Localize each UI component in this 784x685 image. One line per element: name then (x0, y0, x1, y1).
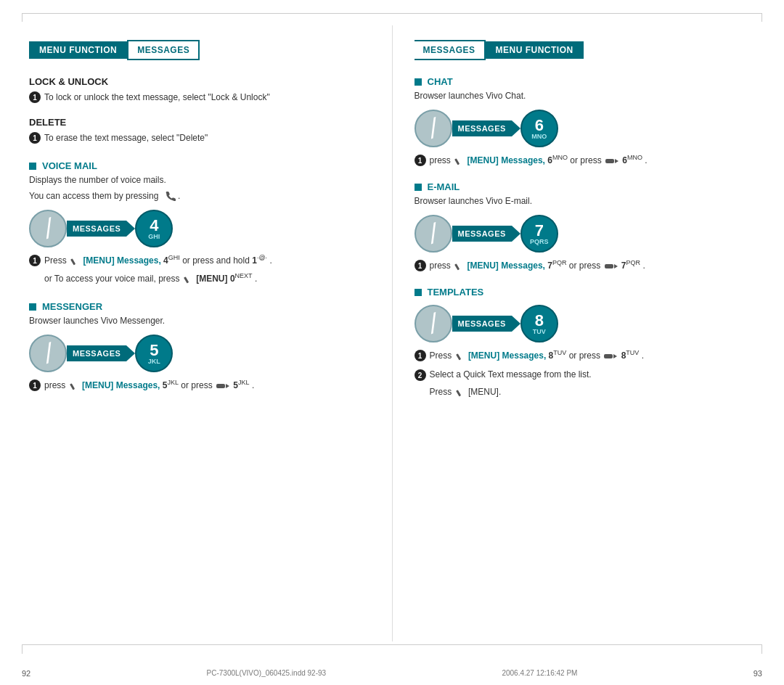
svg-rect-6 (605, 159, 614, 163)
diagram-num-badge-1: 4 GHI (135, 210, 173, 247)
page-bottom-line (22, 644, 762, 645)
arrow-right-5 (512, 316, 520, 332)
left-messages-label: MESSAGES (127, 40, 200, 60)
diagram-messages-label-3: MESSAGES (452, 120, 512, 136)
pencil-icon-inline-4 (454, 157, 463, 165)
pencil-icon-inline-7 (456, 388, 465, 397)
chat-item1: 1 press [MENU] Messages, 6MNO or press 6… (415, 153, 756, 170)
messenger-desc: Browser launches Vivo Messenger. (29, 314, 370, 327)
pencil-icon-inline-6 (456, 352, 465, 361)
templates-title: TEMPLATES (415, 287, 756, 298)
email-list-num-1: 1 (415, 260, 426, 271)
svg-rect-14 (456, 390, 461, 396)
delete-text: To erase the text message, select "Delet… (44, 131, 208, 144)
svg-rect-1 (184, 276, 189, 283)
svg-rect-2 (70, 383, 75, 390)
diagram-pencil-btn-4: ╱ (415, 215, 452, 253)
scroll-icon-inline-3 (605, 261, 618, 271)
page-bottom-left-mark (22, 645, 23, 654)
chat-square-icon (415, 78, 422, 86)
vm-menu-label: [MENU] (196, 274, 227, 284)
svg-marker-7 (615, 159, 618, 163)
list-num-1: 1 (29, 91, 41, 103)
chat-desc: Browser launches Vivo Chat. (415, 89, 756, 102)
left-column: MENU FUNCTION MESSAGES LOCK & UNLOCK 1 T… (22, 25, 393, 641)
templates-item1: 1 Press [MENU] Messages, 8TUV or press 8… (415, 348, 756, 365)
svg-rect-12 (604, 354, 613, 358)
email-square-icon (415, 184, 422, 191)
arrow-connector-5: MESSAGES (452, 316, 520, 332)
messenger-item1: 1 press [MENU] Messages, 5JKL or press 5… (29, 378, 370, 395)
pencil-slash-3: ╱ (425, 118, 441, 139)
messenger-square-icon (29, 303, 36, 311)
pencil-slash-2: ╱ (40, 343, 55, 364)
scroll-icon-inline (216, 381, 229, 391)
pencil-slash-5: ╱ (425, 313, 441, 335)
arrow-connector-4: MESSAGES (452, 226, 520, 242)
right-messages-label: MESSAGES (415, 40, 486, 60)
templates-item2: 2 Select a Quick Text message from the l… (415, 368, 756, 401)
diagram-num-badge-2: 5 JKL (135, 335, 173, 372)
msg-list-num-1: 1 (29, 380, 41, 391)
templates-diagram: ╱ MESSAGES 8 TUV (415, 305, 756, 342)
diagram-pencil-btn-5: ╱ (415, 305, 452, 342)
diagram-messages-label-4: MESSAGES (452, 226, 512, 242)
arrow-connector-2: MESSAGES (67, 345, 135, 361)
email-desc: Browser launches Vivo E-mail. (415, 194, 756, 208)
right-header: MENU FUNCTION MESSAGES (415, 40, 756, 60)
tmpl-item2-text: Select a Quick Text message from the lis… (430, 368, 592, 381)
pencil-slash: ╱ (40, 218, 55, 239)
diagram-pencil-btn: ╱ (29, 210, 67, 247)
lock-unlock-title: LOCK & UNLOCK (29, 76, 370, 87)
lock-unlock-text: To lock or unlock the text message, sele… (44, 91, 270, 104)
svg-marker-13 (613, 354, 617, 358)
vm-4: 4 (163, 255, 168, 266)
right-menu-function-label: MENU FUNCTION (486, 41, 584, 59)
lock-unlock-item1: 1 To lock or unlock the text message, se… (29, 91, 370, 107)
voice-mail-diagram: ╱ MESSAGES 4 GHI (29, 210, 370, 247)
list-num-1b: 1 (29, 132, 41, 144)
arrow-right-2 (126, 345, 135, 361)
svg-rect-8 (454, 263, 460, 270)
scroll-icon-inline-4 (604, 351, 617, 361)
footer: 92 PC-7300L(VIVO)_060425.indd 92-93 2006… (22, 669, 762, 678)
right-column: MENU FUNCTION MESSAGES CHAT Browser laun… (393, 25, 763, 641)
vm-menu-messages: [MENU] Messages, (83, 255, 160, 266)
page-bottom-right-mark (761, 645, 762, 654)
voice-mail-title: VOICE MAIL (29, 160, 370, 171)
diagram-messages-label-5: MESSAGES (452, 316, 512, 332)
chat-diagram: ╱ MESSAGES 6 MNO (415, 110, 756, 147)
page-left-mark (22, 13, 23, 22)
phone-icon (164, 192, 176, 201)
voice-mail-item1: 1 Press [MENU] Messages, 4GHI or press a… (29, 253, 370, 288)
diagram-num-badge-3: 6 MNO (520, 110, 558, 147)
diagram-messages-label-2: MESSAGES (67, 345, 126, 361)
svg-marker-10 (614, 264, 618, 268)
chat-list-num-1: 1 (415, 155, 426, 166)
svg-rect-11 (456, 353, 461, 360)
voice-mail-desc1: Displays the number of voice mails. (29, 173, 370, 186)
diagram-messages-label-1: MESSAGES (67, 221, 126, 237)
pencil-icon-inline-2 (184, 275, 192, 284)
arrow-right-1 (126, 221, 135, 237)
tmpl-list-num-1: 1 (415, 350, 426, 361)
arrow-right-4 (512, 226, 520, 242)
svg-rect-9 (605, 264, 613, 268)
arrow-connector-3: MESSAGES (452, 120, 520, 136)
svg-rect-3 (216, 384, 225, 388)
tmpl-list-num-2: 2 (415, 369, 426, 381)
left-menu-function-label: MENU FUNCTION (29, 41, 127, 59)
email-title: E-MAIL (415, 181, 756, 192)
svg-rect-5 (454, 158, 460, 165)
chat-title: CHAT (415, 76, 756, 87)
page-right-mark (761, 13, 762, 22)
pencil-icon-inline-3 (70, 382, 78, 390)
svg-rect-0 (70, 258, 75, 265)
voice-mail-desc2: You can access them by pressing . (29, 189, 370, 202)
messenger-title: MESSENGER (29, 301, 370, 312)
vm-or-press-hold: or press and hold (182, 255, 250, 266)
delete-item1: 1 To erase the text message, select "Del… (29, 131, 370, 147)
pencil-icon-inline-5 (454, 262, 463, 271)
diagram-pencil-btn-2: ╱ (29, 335, 67, 372)
diagram-num-badge-4: 7 PQRS (520, 215, 558, 253)
